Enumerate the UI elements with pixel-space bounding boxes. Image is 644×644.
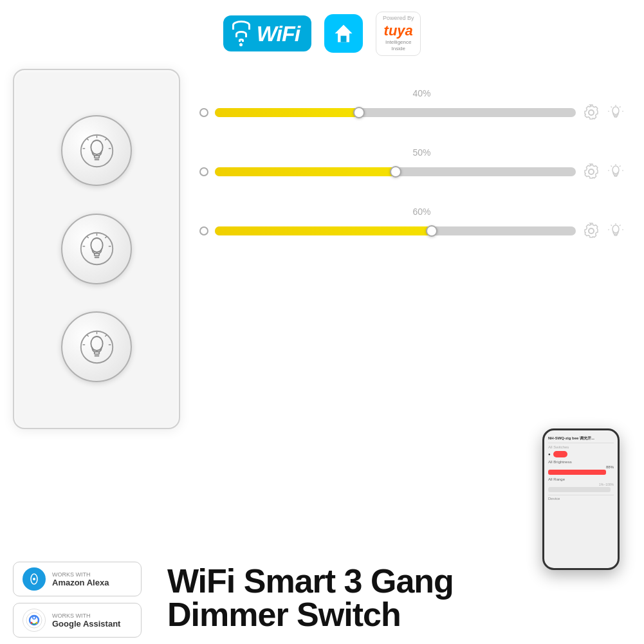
wifi-label: WiFi	[257, 21, 300, 46]
bulb-icon-small-3	[607, 222, 625, 240]
svg-line-39	[620, 106, 621, 107]
smarthome-icon	[324, 14, 363, 53]
slider-track-wrap-3	[199, 222, 625, 240]
gear-icon-1	[582, 104, 600, 122]
slider-fill-3	[215, 226, 432, 235]
bulb-icon-small-1	[607, 104, 625, 122]
svg-line-40	[611, 106, 612, 107]
svg-line-21	[86, 237, 88, 239]
phone-range-bar	[548, 487, 611, 492]
bulb-icon-2	[79, 231, 115, 266]
svg-line-57	[620, 225, 621, 226]
product-title: WiFi Smart 3 Gang Dimmer Switch	[154, 564, 631, 638]
switch-button-3[interactable]	[61, 311, 132, 382]
slider-thumb-1[interactable]	[353, 107, 365, 118]
phone-area: NH-SWQ-zig bee 调光开... All Switches ● All…	[542, 428, 626, 570]
svg-line-10	[86, 138, 88, 140]
svg-line-49	[611, 165, 612, 167]
wifi-badge: WiFi	[223, 15, 311, 51]
phone-mockup: NH-SWQ-zig bee 调光开... All Switches ● All…	[542, 428, 620, 570]
phone-range-val: 1%~100%	[599, 483, 614, 486]
google-text: WORKS WITH Google Assistant	[52, 612, 120, 629]
phone-brightness-val: 88%	[606, 465, 614, 469]
phone-range-label: All Range	[548, 477, 614, 481]
slider-row-3: 60%	[199, 207, 625, 240]
phone-brightness-label: All Brightness	[548, 460, 614, 464]
phone-toggle-row: ●	[548, 451, 614, 457]
svg-rect-0	[341, 36, 347, 42]
alexa-brand: Amazon Alexa	[52, 578, 109, 587]
phone-all-switches-label: All Switches	[548, 445, 614, 449]
google-brand: Google Assistant	[52, 619, 120, 629]
google-works-with: WORKS WITH	[52, 612, 120, 619]
switch-panel	[13, 69, 180, 429]
product-title-line2: Dimmer Switch	[167, 598, 401, 631]
gear-icon-3	[582, 222, 600, 240]
slider-thumb-3[interactable]	[426, 225, 437, 237]
slider-percent-3: 60%	[219, 207, 625, 217]
alexa-badge: WORKS WITH Amazon Alexa	[13, 562, 142, 596]
svg-line-30	[105, 335, 107, 336]
tuya-badge: Powered By tuya IntelligenceInside	[376, 12, 421, 56]
top-bar: WiFi Powered By tuya IntelligenceInside	[0, 0, 644, 62]
slider-percent-1: 40%	[219, 88, 625, 98]
phone-brightness-bar	[548, 470, 606, 475]
slider-fill-2	[215, 167, 396, 176]
slider-row-2: 50%	[199, 147, 625, 181]
main-content: 40%	[0, 62, 644, 436]
product-title-line1: WiFi Smart 3 Gang	[167, 564, 454, 598]
sliders-area: 40%	[199, 69, 625, 240]
phone-app-name: NH-SWQ-zig bee 调光开...	[548, 436, 614, 443]
powered-by-label: Powered By	[383, 15, 414, 21]
slider-track-1[interactable]	[215, 108, 576, 117]
slider-fill-1	[215, 108, 359, 117]
bulb-icon-3	[79, 329, 115, 365]
switch-button-1[interactable]	[61, 115, 132, 186]
bulb-icon-small-2	[607, 163, 625, 181]
bottom-area: WORKS WITH Amazon Alexa WORKS WITH Goo	[0, 562, 644, 638]
slider-percent-2: 50%	[219, 147, 625, 158]
voice-badges: WORKS WITH Amazon Alexa WORKS WITH Goo	[13, 562, 142, 638]
house-svg	[332, 22, 355, 45]
svg-line-19	[105, 237, 107, 239]
phone-toggle[interactable]	[553, 451, 567, 457]
slider-track-2[interactable]	[215, 167, 576, 176]
slider-row-1: 40%	[199, 88, 625, 122]
google-badge: WORKS WITH Google Assistant	[13, 603, 142, 638]
slider-dot-1	[199, 108, 208, 117]
alexa-text: WORKS WITH Amazon Alexa	[52, 571, 109, 587]
google-icon	[23, 609, 46, 632]
slider-thumb-2[interactable]	[390, 166, 401, 178]
svg-line-58	[611, 225, 612, 226]
svg-point-64	[26, 612, 42, 628]
slider-dot-2	[199, 167, 208, 176]
google-svg	[25, 611, 43, 629]
svg-point-68	[31, 622, 33, 624]
alexa-svg	[26, 571, 42, 587]
bulb-icon-1	[79, 133, 115, 169]
slider-track-wrap-1	[199, 104, 625, 122]
gear-icon-2	[582, 163, 600, 181]
svg-point-67	[33, 617, 35, 619]
tuya-sub: IntelligenceInside	[385, 39, 411, 53]
svg-line-32	[86, 335, 88, 336]
tuya-logo: tuya	[384, 23, 413, 39]
slider-track-wrap-2	[199, 163, 625, 181]
switch-button-2[interactable]	[61, 214, 132, 284]
slider-track-3[interactable]	[215, 226, 576, 235]
phone-device-label: Device	[548, 495, 614, 501]
svg-point-63	[33, 578, 35, 580]
svg-line-48	[620, 165, 621, 167]
phone-screen: NH-SWQ-zig bee 调光开... All Switches ● All…	[544, 430, 618, 568]
wifi-icon	[232, 21, 250, 46]
slider-dot-3	[199, 226, 208, 235]
alexa-works-with: WORKS WITH	[52, 571, 109, 578]
svg-point-69	[36, 622, 38, 624]
svg-line-8	[105, 138, 107, 140]
alexa-icon	[23, 567, 46, 591]
